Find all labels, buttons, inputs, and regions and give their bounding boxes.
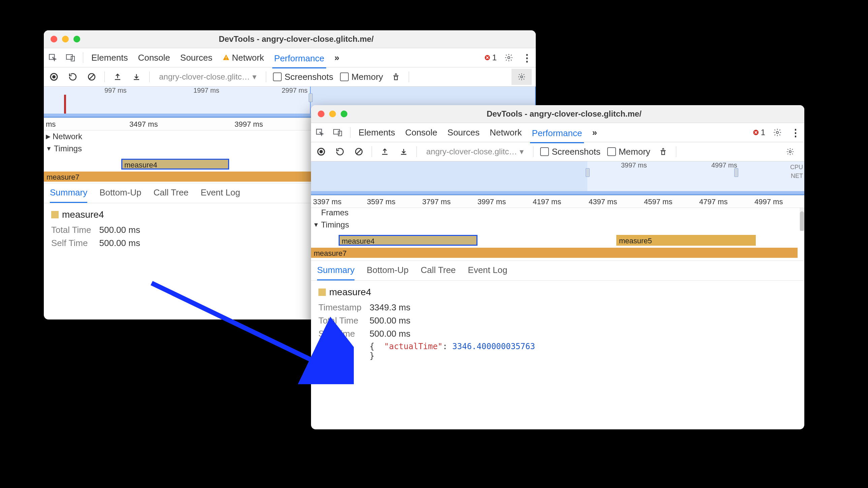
scrollbar-thumb[interactable] (800, 211, 804, 232)
minimize-icon[interactable] (329, 111, 336, 117)
tab-bottom-up[interactable]: Bottom-Up (99, 187, 141, 203)
kebab-menu-icon[interactable]: ⋮ (521, 52, 533, 64)
panel-tabs: Elements Console Sources Network Perform… (311, 123, 804, 142)
timings-flame-area[interactable]: measure4 measure5 measure7 (311, 231, 804, 261)
tab-performance[interactable]: Performance (530, 127, 584, 143)
record-icon[interactable] (48, 71, 60, 83)
ruler-tick: 3997 ms (477, 197, 506, 206)
tab-bottom-up[interactable]: Bottom-Up (367, 265, 408, 280)
summary-name: measure4 (62, 209, 104, 220)
summary-val: 500.00 ms (370, 314, 543, 327)
track-frames-header[interactable]: Frames (311, 207, 804, 219)
zoom-icon[interactable] (73, 36, 80, 42)
download-icon[interactable] (130, 71, 143, 83)
inspect-element-icon[interactable] (46, 52, 59, 64)
svg-point-19 (319, 150, 323, 153)
settings-icon[interactable] (503, 52, 515, 64)
device-toolbar-icon[interactable] (65, 52, 77, 64)
tab-sources[interactable]: Sources (178, 51, 214, 64)
inspect-element-icon[interactable] (314, 126, 326, 139)
window-title: DevTools - angry-clover-close.glitch.me/ (354, 109, 804, 119)
error-badge[interactable]: 1 (753, 126, 765, 139)
track-timings-label: Timings (54, 144, 82, 153)
chevron-down-icon: ▼ (313, 221, 319, 228)
tab-event-log[interactable]: Event Log (201, 187, 240, 203)
close-icon[interactable] (51, 36, 57, 42)
tab-sources[interactable]: Sources (445, 126, 482, 139)
summary-key: Timestamp (318, 301, 370, 314)
measure7-block[interactable]: measure7 (311, 248, 798, 258)
minimize-icon[interactable] (62, 36, 69, 42)
window-title: DevTools - angry-clover-close.glitch.me/ (87, 34, 536, 44)
selection-handle-right[interactable] (734, 168, 738, 177)
tab-console[interactable]: Console (136, 51, 172, 64)
capture-settings-icon[interactable] (512, 69, 532, 85)
overview-tick: 997 ms (104, 87, 127, 94)
kebab-menu-icon[interactable]: ⋮ (789, 126, 802, 139)
memory-checkbox[interactable]: Memory (607, 147, 650, 157)
record-icon[interactable] (315, 146, 327, 158)
capture-settings-icon[interactable] (780, 144, 800, 160)
tab-performance[interactable]: Performance (272, 52, 327, 68)
overview-selection-a (311, 161, 587, 195)
checkbox-icon (540, 147, 549, 156)
profile-select[interactable]: angry-clover-close.glitc… ▾ (156, 71, 259, 83)
error-badge[interactable]: 1 (485, 52, 497, 64)
tab-network[interactable]: Network (488, 126, 524, 139)
svg-rect-1 (66, 55, 72, 59)
track-timings-header[interactable]: ▼ Timings (311, 219, 804, 231)
tab-event-log[interactable]: Event Log (468, 265, 507, 280)
summary-key: Total Time (51, 223, 99, 237)
screenshots-checkbox[interactable]: Screenshots (540, 147, 600, 157)
tab-elements[interactable]: Elements (356, 126, 397, 139)
summary-val: 500.00 ms (370, 327, 543, 340)
tab-call-tree[interactable]: Call Tree (421, 265, 456, 280)
zoom-icon[interactable] (341, 111, 347, 117)
clear-icon[interactable] (353, 146, 365, 158)
tab-call-tree[interactable]: Call Tree (154, 187, 189, 203)
flamechart-ruler[interactable]: 3397 ms 3597 ms 3797 ms 3997 ms 4197 ms … (311, 195, 804, 208)
reload-record-icon[interactable] (67, 71, 79, 83)
selection-handle[interactable] (586, 168, 590, 177)
ruler-tick: 4797 ms (699, 197, 727, 206)
summary-val: 3349.3 ms (370, 301, 543, 314)
color-swatch (51, 211, 59, 218)
traffic-lights (311, 111, 354, 117)
chevron-down-icon: ▾ (520, 147, 524, 156)
upload-icon[interactable] (379, 146, 391, 158)
ruler-tick: 4397 ms (589, 197, 617, 206)
overview-labels: CPU NET (790, 163, 803, 180)
tab-elements[interactable]: Elements (89, 51, 130, 64)
close-icon[interactable] (318, 111, 324, 117)
tab-network[interactable]: Network (220, 51, 266, 64)
overview-timeline[interactable]: 997 ms 1997 ms 2997 ms 3997 ms 4997 ms C… (311, 161, 804, 195)
performance-toolbar: angry-clover-close.glitc… ▾ Screenshots … (311, 142, 804, 161)
track-frames-label: Frames (321, 208, 348, 217)
device-toolbar-icon[interactable] (332, 126, 344, 139)
screenshots-checkbox[interactable]: Screenshots (273, 72, 333, 82)
measure4-block[interactable]: measure4 (339, 235, 477, 246)
tab-summary[interactable]: Summary (317, 265, 354, 280)
details-tabs: Summary Bottom-Up Call Tree Event Log (311, 261, 804, 281)
measure5-block[interactable]: measure5 (616, 235, 756, 246)
upload-icon[interactable] (112, 71, 124, 83)
reload-record-icon[interactable] (334, 146, 346, 158)
measure4-block[interactable]: measure4 (121, 159, 229, 170)
settings-icon[interactable] (771, 126, 783, 139)
gc-icon[interactable] (657, 146, 669, 158)
gc-icon[interactable] (390, 71, 402, 83)
tabs-overflow[interactable]: » (590, 126, 599, 139)
overview-net-label: NET (790, 172, 803, 180)
tab-console[interactable]: Console (403, 126, 439, 139)
download-icon[interactable] (398, 146, 410, 158)
selection-handle-left[interactable] (309, 93, 313, 102)
clear-icon[interactable] (86, 71, 98, 83)
tabs-overflow[interactable]: » (332, 51, 341, 64)
memory-checkbox[interactable]: Memory (340, 72, 383, 82)
chevron-down-icon: ▼ (46, 145, 52, 152)
error-count: 1 (761, 128, 765, 137)
ruler-tick: 3497 ms (129, 120, 158, 129)
profile-select[interactable]: angry-clover-close.glitc… ▾ (424, 146, 526, 158)
svg-point-8 (52, 75, 56, 79)
tab-summary[interactable]: Summary (50, 187, 87, 203)
